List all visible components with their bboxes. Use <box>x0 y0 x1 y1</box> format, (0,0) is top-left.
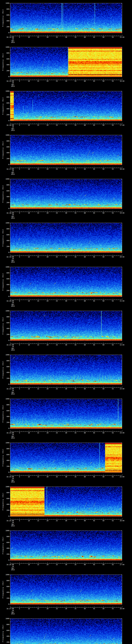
x-tick-mark <box>120 607 120 608</box>
y-axis-title: Frequency (Hz) <box>2 361 4 378</box>
x-tick-mark <box>57 518 57 520</box>
x-tick-label: 55 <box>112 520 114 522</box>
y-tick-mark <box>10 542 10 543</box>
x-tick-label: 15 <box>37 432 39 434</box>
x-tick-mark <box>118 211 118 212</box>
x-tick-mark <box>53 167 53 168</box>
x-tick-mark <box>90 36 90 36</box>
y-tick-mark <box>10 235 10 235</box>
y-tick-label: 400 <box>4 20 9 22</box>
x-tick-mark <box>92 124 92 124</box>
x-tick-label: 5 <box>19 520 20 522</box>
x-tick-mark <box>113 167 113 168</box>
y-tick-label: 200 <box>4 114 9 116</box>
y-tick-label: 1000 <box>4 442 9 444</box>
y-tick-mark <box>10 443 10 443</box>
x-tick-label: 5 <box>19 168 20 170</box>
x-tick-label: 30 <box>65 256 67 258</box>
y-axis-title: Frequency (Hz) <box>2 448 4 466</box>
y-tick-label: 400 <box>4 152 9 154</box>
x-tick-mark <box>102 607 102 608</box>
x-tick-mark <box>122 562 122 563</box>
x-tick-mark <box>116 211 117 212</box>
x-tick-mark <box>111 299 111 300</box>
x-tick-mark <box>36 211 36 212</box>
y-tick-label: 600 <box>4 234 9 236</box>
x-tick-mark <box>77 343 78 344</box>
y-tick-label: 1000 <box>4 266 9 268</box>
x-tick-mark <box>88 387 89 388</box>
x-tick-mark <box>88 343 89 344</box>
x-tick-mark <box>32 79 33 80</box>
x-tick-mark <box>122 122 122 124</box>
y-tick-mark <box>10 320 10 320</box>
y-tick-label: 600 <box>4 322 9 324</box>
x-tick-label: 10 <box>28 388 30 390</box>
y-axis-title: Frequency (Hz) <box>2 141 4 159</box>
x-tick-mark <box>102 343 102 344</box>
x-tick-label: 55 <box>112 564 114 566</box>
y-tick-mark <box>10 628 10 628</box>
y-tick-mark <box>122 420 122 420</box>
y-tick-mark <box>122 595 122 596</box>
x-tick-mark <box>118 299 118 300</box>
plot-frame <box>10 47 122 77</box>
spectrogram-image <box>10 399 122 428</box>
x-tick-label: 5 <box>19 388 20 390</box>
y-tick-mark <box>10 27 10 27</box>
y-tick-mark <box>10 112 10 112</box>
y-tick-label: 800 <box>4 96 9 98</box>
y-axis-title: Frequency (Hz) <box>2 185 4 202</box>
y-tick-mark <box>122 30 122 30</box>
x-tick-label: 40 <box>84 476 86 478</box>
x-tick-mark <box>60 343 61 344</box>
date-line: 2015 <box>11 437 15 439</box>
y-tick-label: 600 <box>4 498 9 499</box>
x-tick-label: 55 <box>112 124 114 126</box>
x-tick-mark <box>49 563 50 563</box>
y-tick-label: 200 <box>4 290 9 291</box>
y-tick-label: 800 <box>4 8 9 10</box>
x-tick-mark <box>118 475 118 476</box>
x-tick-mark <box>113 211 113 212</box>
y-tick-label: 800 <box>4 52 9 54</box>
x-tick-label: 45 <box>93 520 95 522</box>
x-tick-mark <box>85 79 85 80</box>
x-tick-label: 40 <box>84 344 86 346</box>
x-tick-mark <box>116 387 117 388</box>
x-tick-mark <box>120 255 120 256</box>
x-tick-mark <box>77 299 78 300</box>
x-tick-mark <box>107 299 107 300</box>
x-tick-mark <box>105 607 106 608</box>
x-tick-mark <box>94 255 94 256</box>
x-tick-mark <box>86 79 87 80</box>
x-tick-mark <box>85 430 85 432</box>
y-tick-label: 800 <box>4 536 9 537</box>
x-tick-mark <box>122 166 122 168</box>
x-tick-mark <box>118 79 118 80</box>
x-tick-mark <box>32 563 33 563</box>
plot-frame <box>10 355 122 384</box>
x-tick-mark <box>81 211 81 212</box>
plot-frame <box>10 223 122 253</box>
x-tick-label: 10 <box>28 80 30 82</box>
x-tick-mark <box>60 431 61 432</box>
x-tick-mark <box>120 343 120 344</box>
y-tick-label: 200 <box>4 158 9 160</box>
x-tick-mark <box>98 343 98 344</box>
y-tick-mark <box>10 65 10 65</box>
x-tick-label: 35 <box>74 212 76 214</box>
x-tick-mark <box>120 124 120 124</box>
x-tick-label: 5 <box>19 476 20 478</box>
y-tick-mark <box>122 502 122 502</box>
x-tick-label: 15 <box>37 36 39 38</box>
x-tick-mark <box>64 563 64 563</box>
spectrogram-panel: Frequency (Hz) 0200400600800100016:23:00… <box>0 396 132 440</box>
y-tick-label: 1000 <box>4 574 9 576</box>
x-tick-mark <box>77 36 78 36</box>
x-tick-mark <box>57 474 57 476</box>
x-tick-mark <box>113 518 113 520</box>
y-tick-mark <box>121 510 122 510</box>
x-tick-label: 45 <box>93 300 95 302</box>
x-tick-mark <box>81 475 81 476</box>
